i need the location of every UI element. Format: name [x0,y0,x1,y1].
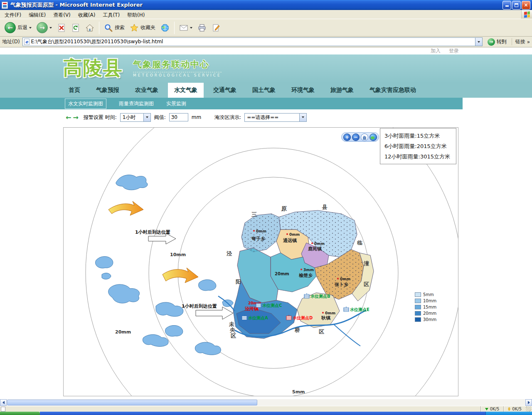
legend-item: 10mm [415,298,436,304]
forward-dropdown-icon[interactable] [49,27,52,29]
monitoring-map[interactable]: 10mm 20mm 5mm [64,128,458,396]
address-value[interactable]: E:\气象台\原型20110530\原型20110530\swyb-list.h… [31,38,473,45]
legend-label: 30mm [423,317,436,322]
time-select[interactable]: 1小时 [120,113,151,122]
print-button[interactable] [195,22,209,33]
close-icon: × [524,2,528,8]
nav-hydrology[interactable]: 水文气象 [168,83,204,98]
scrollbar-thumb[interactable] [7,400,257,405]
menu-edit[interactable]: 编辑(E) [25,10,49,19]
zoom-in-button[interactable]: + [343,133,351,141]
full-extent-button[interactable] [369,133,377,141]
rainfall-legend: 5mm 10mm 15mm 20mm 30mm [415,291,436,323]
system-tray[interactable] [485,412,532,415]
time-select-value: 1小时 [121,114,138,121]
history-button[interactable] [158,22,172,33]
menu-help[interactable]: 帮助(H) [123,10,148,19]
address-input[interactable]: e E:\气象台\原型20110530\原型20110530\swyb-list… [22,37,483,46]
time-select-drop[interactable] [143,114,150,121]
menu-file[interactable]: 文件(F) [1,10,25,19]
back-icon: ← [5,22,16,33]
toolbar-separator [99,22,99,34]
close-button[interactable]: × [522,1,530,10]
site-logo-title: 气象服务联动中心 [133,59,222,70]
station-B[interactable]: 水位测点B [304,293,330,299]
resize-grip[interactable] [526,406,531,412]
menu-view[interactable]: 查看(V) [49,10,74,19]
nav-agriculture[interactable]: 农业气象 [129,83,165,98]
links-bar[interactable]: 链接 » [512,38,530,45]
flood-select-drop[interactable] [299,114,306,121]
neighbor-label: 区 [231,333,236,339]
station-label: 水位测点E [350,307,369,312]
ring-label-5mm: 5mm [292,389,305,395]
horizontal-scrollbar[interactable] [0,399,532,406]
minimize-button[interactable] [502,1,511,10]
back-dropdown-icon[interactable] [29,27,32,29]
subnav-live-view[interactable]: 实景监测 [166,100,186,107]
address-dropdown-button[interactable] [475,38,482,46]
area-rainfall-info-box: 3小时面雨量:15立方米 6小时面雨量:2015立方米 12小时面雨量:3015… [380,128,456,164]
ring-label-20mm: 20mm [115,329,131,335]
refresh-button[interactable] [69,22,82,33]
favorites-label: 收藏夹 [140,24,155,31]
subnav-realtime-monitor[interactable]: 水文实时监测图 [65,99,106,109]
favorites-button[interactable]: 收藏夹 [128,22,158,33]
menu-favorites[interactable]: 收藏(A) [74,10,99,19]
join-link[interactable]: 加入 [431,47,441,54]
zoom-out-button[interactable]: − [352,133,360,141]
forward-button[interactable]: → [34,21,54,34]
rainfall-12h: 12小时面雨量:3015立方米 [384,151,452,162]
home-icon [85,23,94,32]
threshold-label: 阀值: [154,114,166,121]
legend-item: 5mm [415,291,436,298]
maximize-button[interactable] [512,1,521,10]
stop-button[interactable] [55,22,68,33]
stop-icon [57,23,66,32]
prev-arrow-icon[interactable]: ← [66,114,73,121]
nav-tourism[interactable]: 旅游气象 [324,83,360,98]
edit-button[interactable] [209,22,223,33]
next-arrow-icon[interactable]: → [73,114,80,121]
flood-select[interactable]: ==请选择== [244,113,307,122]
district-label: 鹿苑镇 [308,246,322,252]
scroll-left-button[interactable] [0,399,7,406]
nav-disaster-emergency[interactable]: 气象灾害应急联动 [363,83,422,98]
threshold-input[interactable] [169,113,188,121]
home-button[interactable] [83,22,96,33]
start-button[interactable] [0,412,40,415]
nav-traffic[interactable]: 交通气象 [207,83,243,98]
back-button[interactable]: ← 后退 [2,21,34,34]
station-E[interactable]: 水位测点E [344,306,369,312]
windows-logo [521,10,532,19]
district-label: 弯子乡 [251,236,265,242]
nav-land[interactable]: 国土气象 [246,83,282,98]
chevron-down-icon [146,116,148,118]
login-link[interactable]: 登录 [449,47,459,54]
neighbor-label: 潼 [363,260,369,267]
menu-tools[interactable]: 工具(T) [99,10,123,19]
site-logo-county: 高陵县 [63,55,123,81]
mail-button[interactable] [177,23,195,32]
station-icon [242,316,247,320]
scroll-right-button[interactable] [525,399,532,406]
subnav-rainfall-query[interactable]: 雨量查询监测图 [119,100,154,107]
rain-gauge-icon [311,242,313,244]
go-label: 转到 [497,38,507,45]
go-button[interactable]: → 转到 [485,37,509,47]
rain-gauge-icon [286,233,288,235]
taskbar-main[interactable] [40,412,485,415]
rainfall-6h: 6小时面雨量:2015立方米 [384,141,452,151]
nav-home[interactable]: 首页 [62,83,86,98]
pan-button[interactable] [361,133,368,141]
legend-label: 10mm [423,299,436,303]
nav-environment[interactable]: 环境气象 [285,83,321,98]
rain-gauge-icon [300,269,302,270]
search-button[interactable]: 搜索 [102,22,127,33]
forward-icon: → [37,22,48,33]
toolbar-separator [174,22,175,34]
mail-dropdown-icon[interactable] [190,27,192,29]
nav-weather-forecast[interactable]: 气象预报 [90,83,126,98]
zoom-in-icon: + [345,134,350,140]
storm-motion-arrows [108,201,198,283]
